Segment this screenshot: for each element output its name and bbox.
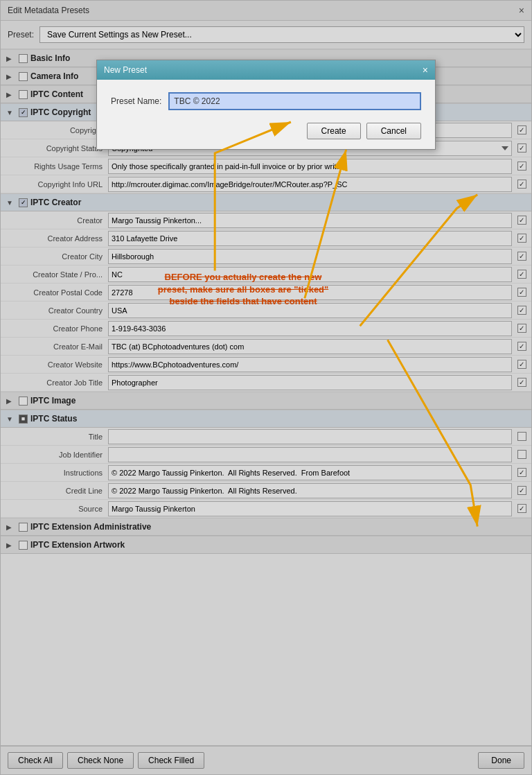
annotation-line1: BEFORE you actually create the new (165, 272, 322, 282)
modal-body: Preset Name: (97, 80, 435, 123)
modal-dialog: New Preset × Preset Name: Create Cancel (96, 60, 436, 150)
modal-title-bar: New Preset × (97, 60, 435, 80)
annotation-line3: beside the fields that have content (169, 296, 317, 306)
modal-field-label: Preset Name: (111, 96, 161, 106)
modal-close-button[interactable]: × (423, 64, 428, 76)
modal-buttons: Create Cancel (97, 123, 435, 149)
modal-field-row: Preset Name: (111, 92, 421, 110)
annotation-text: BEFORE you actually create the new prese… (125, 271, 361, 308)
modal-title: New Preset (104, 65, 147, 75)
main-window: Edit Metadata Presets × Preset: Save Cur… (0, 0, 532, 775)
cancel-button[interactable]: Cancel (366, 123, 421, 139)
preset-name-input[interactable] (168, 92, 421, 110)
create-button[interactable]: Create (307, 123, 361, 139)
annotation-line2: preset, make sure all boxes are "ticked" (158, 284, 328, 295)
modal-overlay: New Preset × Preset Name: Create Cancel … (1, 1, 531, 774)
